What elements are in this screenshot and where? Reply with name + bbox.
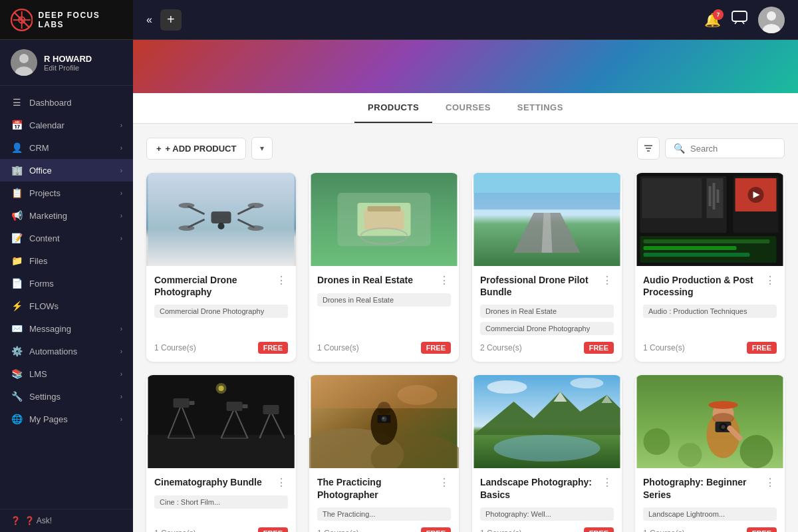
sort-button[interactable] [637, 137, 660, 160]
sidebar-item-mypages[interactable]: 🌐 My Pages › [0, 408, 133, 430]
svg-rect-50 [713, 183, 716, 209]
svg-point-21 [179, 203, 195, 208]
card-tags: Drones in Real Estate [317, 293, 451, 335]
card-image [146, 173, 296, 266]
user-avatar[interactable] [758, 7, 785, 33]
messages-button[interactable] [732, 11, 747, 29]
sidebar-item-label: CRM [29, 143, 49, 153]
files-icon: 📁 [11, 255, 23, 266]
top-header: « + 🔔 7 [133, 0, 798, 40]
card-title: Professional Drone Pilot Bundle [480, 274, 597, 298]
product-card: Professional Drone Pilot Bundle ⋮ Drones… [472, 173, 622, 362]
tab-courses[interactable]: COURSES [432, 93, 504, 123]
card-footer: 1 Course(s) FREE [643, 342, 777, 354]
sidebar-item-messaging[interactable]: ✉️ Messaging › [0, 317, 133, 340]
card-image [146, 375, 296, 468]
sidebar-item-crm[interactable]: 👤 CRM › [0, 136, 133, 159]
course-count: 1 Course(s) [480, 529, 522, 532]
sidebar-item-content[interactable]: 📝 Content › [0, 227, 133, 249]
card-tags: The Practicing... [317, 507, 451, 521]
svg-rect-39 [642, 178, 702, 218]
sidebar-item-calendar[interactable]: 📅 Calendar › [0, 114, 133, 136]
card-title: Landscape Photography: Basics [480, 476, 597, 500]
card-tag: Commercial Drone Photography [480, 322, 614, 335]
sidebar-item-files[interactable]: 📁 Files [0, 249, 133, 272]
sidebar-item-office[interactable]: 🏢 Office › [0, 159, 133, 182]
chevron-right-icon: › [120, 370, 122, 378]
filter-dropdown-button[interactable]: ▾ [251, 137, 273, 160]
sidebar-item-flows[interactable]: ⚡ FLOWs [0, 295, 133, 317]
user-profile[interactable]: R HOWARD Edit Profile [0, 40, 133, 86]
tab-bar: PRODUCTS COURSES SETTINGS [133, 93, 798, 124]
svg-point-95 [722, 425, 726, 429]
card-footer: 1 Course(s) FREE [154, 342, 288, 354]
edit-profile-link[interactable]: Edit Profile [44, 64, 92, 72]
card-menu-button[interactable]: ⋮ [438, 476, 451, 489]
add-new-button[interactable]: + [160, 9, 182, 31]
card-tags: Drones in Real Estate Commercial Drone P… [480, 305, 614, 335]
card-menu-button[interactable]: ⋮ [600, 476, 614, 489]
free-badge: FREE [421, 527, 451, 532]
free-badge: FREE [747, 342, 777, 354]
sidebar-item-forms[interactable]: 📄 Forms [0, 272, 133, 295]
svg-point-97 [644, 428, 670, 455]
card-footer: 2 Course(s) FREE [480, 342, 614, 354]
svg-rect-29 [364, 209, 404, 229]
collapse-sidebar-button[interactable]: « [146, 14, 152, 26]
marketing-icon: 📢 [11, 210, 23, 221]
banner-overlay [133, 40, 798, 93]
product-card: Commercial Drone Photography ⋮ Commercia… [146, 173, 296, 362]
svg-point-86 [494, 435, 600, 462]
card-tag: Commercial Drone Photography [154, 305, 288, 318]
sidebar-item-automations[interactable]: ⚙️ Automations › [0, 340, 133, 362]
notification-badge: 7 [713, 9, 724, 20]
card-body: Commercial Drone Photography ⋮ Commercia… [146, 266, 296, 362]
svg-rect-45 [644, 239, 770, 243]
card-menu-button[interactable]: ⋮ [275, 274, 288, 287]
card-menu-button[interactable]: ⋮ [275, 476, 288, 489]
card-footer: 1 Course(s) FREE [317, 342, 451, 354]
card-menu-button[interactable]: ⋮ [763, 476, 777, 489]
card-footer: 1 Course(s) FREE [643, 527, 777, 532]
sidebar: DEEP FOCUS LABS R HOWARD Edit Profile ☰ … [0, 0, 133, 532]
sidebar-item-marketing[interactable]: 📢 Marketing › [0, 204, 133, 227]
sidebar-item-lms[interactable]: 📚 LMS › [0, 362, 133, 385]
search-icon: 🔍 [674, 143, 685, 154]
notifications-button[interactable]: 🔔 7 [704, 12, 721, 28]
sidebar-item-label: Settings [29, 392, 61, 402]
sidebar-item-label: Calendar [29, 120, 65, 130]
card-body: Audio Production & Post Processing ⋮ Aud… [635, 266, 785, 362]
card-menu-button[interactable]: ⋮ [763, 274, 777, 287]
sidebar-item-projects[interactable]: 📋 Projects › [0, 182, 133, 204]
card-tag: Cine : Short Film... [154, 495, 288, 509]
card-title: Photography: Beginner Series [643, 476, 759, 500]
card-title: The Practicing Photographer [317, 476, 434, 500]
add-product-button[interactable]: + + ADD PRODUCT [146, 138, 246, 160]
card-tag: Audio : Production Techniques [643, 305, 777, 318]
card-menu-button[interactable]: ⋮ [600, 274, 614, 287]
card-menu-button[interactable]: ⋮ [438, 274, 451, 287]
svg-rect-91 [714, 402, 733, 407]
product-card: The Practicing Photographer ⋮ The Practi… [309, 375, 459, 532]
products-area: + + ADD PRODUCT ▾ 🔍 [133, 124, 798, 532]
search-input[interactable] [690, 144, 783, 154]
sidebar-item-settings[interactable]: 🔧 Settings › [0, 385, 133, 408]
toolbar-left: + + ADD PRODUCT ▾ [146, 137, 273, 160]
product-card: Drones in Real Estate ⋮ Drones in Real E… [309, 173, 459, 362]
svg-point-85 [571, 378, 604, 388]
content-area: PRODUCTS COURSES SETTINGS + + ADD PRODUC… [133, 40, 798, 532]
product-card: Cinematography Bundle ⋮ Cine : Short Fil… [146, 375, 296, 532]
sidebar-item-dashboard[interactable]: ☰ Dashboard [0, 91, 133, 114]
toolbar-right: 🔍 [637, 137, 785, 160]
tab-settings[interactable]: SETTINGS [504, 93, 577, 123]
card-tags: Audio : Production Techniques [643, 305, 777, 335]
sidebar-item-label: Content [29, 233, 60, 243]
tab-products[interactable]: PRODUCTS [354, 93, 432, 123]
calendar-icon: 📅 [11, 120, 23, 130]
chevron-right-icon: › [120, 212, 122, 219]
ask-button[interactable]: ❓ ❓ Ask! [11, 516, 122, 525]
svg-rect-62 [227, 402, 243, 411]
chevron-right-icon: › [120, 235, 122, 242]
logo: DEEP FOCUS LABS [0, 0, 133, 40]
card-tags: Commercial Drone Photography [154, 305, 288, 335]
